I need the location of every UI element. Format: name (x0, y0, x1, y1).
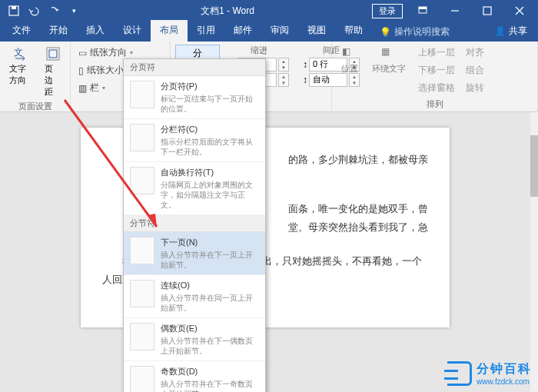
ribbon-options-button[interactable] (407, 0, 438, 22)
save-button[interactable] (5, 2, 23, 19)
break-continuous-desc: 插入分节符并在同一页上开始新节。 (161, 293, 259, 313)
share-label: 共享 (509, 25, 527, 38)
dropdown-section-page-breaks: 分页符 (124, 59, 265, 76)
tab-insert[interactable]: 插入 (77, 20, 114, 42)
break-odd-page-item[interactable]: 奇数页(D)插入分节符并在下一奇数页上开始新节。 (124, 361, 265, 392)
ribbon-tabs: 文件 开始 插入 设计 布局 引用 邮件 审阅 视图 帮助 💡 操作说明搜索 👤… (0, 22, 538, 42)
share-button[interactable]: 👤 共享 (484, 21, 538, 42)
send-backward-button: 下移一层 (415, 62, 458, 78)
tab-references[interactable]: 引用 (188, 20, 224, 42)
break-page-item[interactable]: 分页符(P)标记一页结束与下一页开始的位置。 (124, 76, 265, 119)
break-even-page-item[interactable]: 偶数页(E)插入分节符并在下一偶数页上开始新节。 (124, 318, 265, 361)
margins-button[interactable]: 页边距 (40, 45, 65, 99)
titlebar: ▾ 文档1 - Word 登录 (0, 0, 538, 22)
svg-rect-3 (419, 7, 427, 9)
scrollbar-thumb[interactable] (530, 135, 538, 197)
arrange-group-label: 排列 (337, 97, 533, 110)
login-button[interactable]: 登录 (372, 4, 403, 18)
watermark-logo-icon (447, 361, 472, 386)
svg-rect-1 (12, 6, 16, 9)
tab-file[interactable]: 文件 (3, 20, 40, 42)
break-page-title: 分页符(P) (161, 81, 259, 92)
wrap-text-button: ▦环绕文字 (367, 45, 410, 76)
page-setup-group-label: 页面设置 (5, 99, 65, 112)
continuous-break-icon (130, 280, 154, 307)
columns-icon: ▥ (78, 83, 87, 94)
break-wrap-desc: 分隔网页上的对象周围的文字，如分隔题注文字与正文。 (161, 180, 259, 210)
watermark-url: www.fzdck.com (477, 377, 532, 386)
page-break-icon (130, 81, 154, 108)
break-column-title: 分栏符(C) (161, 124, 259, 135)
tab-layout[interactable]: 布局 (151, 20, 188, 42)
break-even-page-title: 偶数页(E) (161, 323, 259, 334)
margins-icon (45, 46, 61, 61)
align-button: 对齐 (463, 45, 487, 61)
tell-me-search[interactable]: 💡 操作说明搜索 (372, 22, 457, 42)
break-next-page-title: 下一页(N) (161, 237, 259, 248)
ribbon: 文 文字方向 页边距 页面设置 ▭纸张方向▾ ▯纸张大小▾ ▥栏▾ ⊟分隔符▾ … (0, 42, 538, 112)
break-column-item[interactable]: 分栏符(C)指示分栏符后面的文字将从下一栏开始。 (124, 119, 265, 162)
group-button: 组合 (463, 62, 487, 78)
quick-access-toolbar: ▾ (0, 2, 83, 19)
svg-rect-11 (49, 50, 57, 58)
break-wrap-item[interactable]: 自动换行符(T)分隔网页上的对象周围的文字，如分隔题注文字与正文。 (124, 162, 265, 215)
size-icon: ▯ (78, 65, 84, 76)
spacing-before-icon: ↕ (303, 59, 307, 70)
tell-me-label: 操作说明搜索 (394, 25, 450, 38)
break-even-page-desc: 插入分节符并在下一偶数页上开始新节。 (161, 336, 259, 356)
break-odd-page-desc: 插入分节符并在下一奇数页上开始新节。 (161, 379, 259, 392)
qat-customize[interactable]: ▾ (65, 2, 83, 19)
window-title: 文档1 - Word (83, 5, 372, 18)
position-button: ◧位置 (337, 45, 363, 76)
watermark: 分钟百科 www.fzdck.com (447, 361, 532, 386)
break-wrap-title: 自动换行符(T) (161, 167, 259, 178)
svg-text:文: 文 (14, 47, 23, 58)
position-icon: ◧ (342, 46, 357, 61)
tab-help[interactable]: 帮助 (335, 20, 372, 42)
breaks-dropdown: 分页符 分页符(P)标记一页结束与下一页开始的位置。 分栏符(C)指示分栏符后面… (123, 58, 266, 392)
dropdown-section-section-breaks: 分节符 (124, 215, 265, 232)
group-page-setup-left: 文 文字方向 页边距 页面设置 (0, 42, 71, 111)
rotate-button: 旋转 (463, 80, 487, 96)
break-next-page-item[interactable]: 下一页(N)插入分节符并在下一页上开始新节。 (124, 232, 265, 275)
selection-pane-button: 选择窗格 (415, 80, 458, 96)
break-page-desc: 标记一页结束与下一页开始的位置。 (161, 94, 259, 114)
break-next-page-desc: 插入分节符并在下一页上开始新节。 (161, 250, 259, 270)
odd-page-break-icon (130, 366, 154, 392)
tab-view[interactable]: 视图 (298, 20, 335, 42)
lightbulb-icon: 💡 (380, 27, 391, 38)
share-icon: 👤 (495, 26, 506, 36)
break-continuous-title: 连续(O) (161, 280, 259, 291)
indent-header: 缩进 (229, 45, 289, 56)
spacing-after-icon: ↕ (303, 75, 307, 85)
window-controls (407, 0, 538, 22)
redo-button[interactable] (45, 2, 63, 19)
break-odd-page-title: 奇数页(D) (161, 366, 259, 377)
watermark-title: 分钟百科 (477, 361, 532, 377)
even-page-break-icon (130, 323, 154, 350)
group-arrange: ◧位置 ▦环绕文字 上移一层 下移一层 选择窗格 对齐 组合 旋转 排列 (332, 42, 538, 111)
text-direction-button[interactable]: 文 文字方向 (5, 45, 35, 88)
maximize-button[interactable] (472, 0, 503, 22)
minimize-button[interactable] (440, 0, 470, 22)
svg-rect-5 (483, 7, 491, 15)
tab-review[interactable]: 审阅 (261, 20, 298, 42)
tab-design[interactable]: 设计 (114, 20, 151, 42)
tab-home[interactable]: 开始 (40, 20, 77, 42)
svg-rect-10 (47, 48, 59, 60)
vertical-scrollbar[interactable] (530, 112, 538, 392)
bring-forward-button: 上移一层 (415, 45, 458, 61)
tab-mailings[interactable]: 邮件 (224, 20, 261, 42)
text-direction-label: 文字方向 (9, 63, 31, 86)
wrap-icon: ▦ (381, 46, 397, 61)
column-break-icon (130, 124, 154, 151)
undo-button[interactable] (25, 2, 43, 19)
margins-label: 页边距 (45, 63, 61, 98)
close-button[interactable] (504, 0, 535, 22)
orientation-icon: ▭ (78, 48, 87, 58)
break-continuous-item[interactable]: 连续(O)插入分节符并在同一页上开始新节。 (124, 275, 265, 318)
text-direction-icon: 文 (12, 46, 28, 61)
text-wrap-break-icon (130, 167, 154, 194)
break-column-desc: 指示分栏符后面的文字将从下一栏开始。 (161, 137, 259, 157)
next-page-break-icon (130, 237, 154, 264)
